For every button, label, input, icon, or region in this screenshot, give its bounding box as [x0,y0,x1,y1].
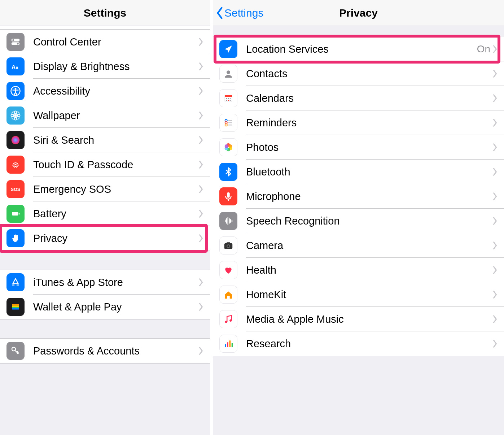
row-location[interactable]: Location Services On [213,37,504,61]
bluetooth-icon [219,163,237,181]
chevron-right-icon [198,278,203,287]
svg-point-59 [228,245,229,247]
svg-rect-19 [12,212,18,216]
settings-title: Settings [84,7,126,19]
back-label: Settings [224,7,263,19]
svg-point-34 [230,98,231,99]
appstore-icon [6,273,25,291]
svg-point-3 [17,43,19,45]
chevron-left-icon [216,6,224,19]
chevron-right-icon [198,347,203,355]
row-label-touchid: Touch ID & Passcode [33,159,198,171]
sos-icon: SOS [6,180,25,198]
row-label-bluetooth: Bluetooth [246,166,492,178]
svg-point-7 [15,88,17,90]
row-media[interactable]: Media & Apple Music [213,307,504,331]
svg-point-8 [14,114,17,117]
row-siri[interactable]: Siri & Search [0,128,210,152]
chevron-right-icon [198,185,203,193]
row-label-reminders: Reminders [246,117,492,129]
svg-rect-26 [12,307,19,308]
row-label-battery: Battery [33,208,198,220]
row-passwords[interactable]: Passwords & Accounts [0,339,210,363]
row-label-wallet: Wallet & Apple Pay [33,301,198,313]
access-icon [6,82,25,100]
settings-navbar: Settings [0,0,210,26]
chevron-right-icon [492,69,498,78]
row-photos[interactable]: Photos [213,135,504,160]
row-reminders[interactable]: Reminders [213,110,504,135]
chevron-right-icon [492,241,498,250]
row-label-speech: Speech Recognition [246,215,492,227]
chevron-right-icon [492,315,498,323]
wallet-icon [6,298,25,316]
chevron-right-icon [492,45,498,53]
row-speech[interactable]: Speech Recognition [213,209,504,233]
row-label-camera: Camera [246,240,492,252]
privacy-panel: Settings Privacy Location Services On Co… [213,0,504,435]
row-homekit[interactable]: HomeKit [213,282,504,307]
battery-icon [6,205,25,223]
row-privacy[interactable]: Privacy [0,226,210,251]
row-label-wallpaper: Wallpaper [33,110,198,122]
row-label-location: Location Services [246,43,477,55]
row-label-sos: Emergency SOS [33,183,198,195]
row-itunes[interactable]: iTunes & App Store [0,270,210,295]
privacy-title: Privacy [339,7,378,19]
svg-rect-60 [227,242,230,244]
row-bluetooth[interactable]: Bluetooth [213,160,504,184]
row-label-research: Research [246,338,492,350]
back-button[interactable]: Settings [216,6,263,19]
home-icon [219,286,237,304]
row-label-passwords: Passwords & Accounts [33,345,198,357]
chevron-right-icon [492,266,498,274]
row-accessibility[interactable]: Accessibility [0,79,210,103]
row-wallet[interactable]: Wallet & Apple Pay [0,295,210,319]
chevron-right-icon [492,192,498,201]
row-health[interactable]: Health [213,258,504,282]
chevron-right-icon [198,160,203,169]
row-label-health: Health [246,264,492,276]
row-wallpaper[interactable]: Wallpaper [0,103,210,128]
row-research[interactable]: Research [213,331,504,356]
privacy-navbar: Settings Privacy [213,0,504,26]
row-display[interactable]: AA Display & Brightness [0,54,210,79]
flower-icon [6,106,25,125]
aa-icon: AA [6,57,25,75]
svg-rect-24 [12,304,19,306]
siri-icon [6,131,25,149]
row-label-privacy: Privacy [33,232,198,244]
row-control-center[interactable]: Control Center [0,30,210,54]
svg-point-32 [226,98,227,99]
wave-icon [219,212,237,230]
svg-rect-20 [19,213,20,215]
row-sos[interactable]: SOS Emergency SOS [0,177,210,201]
chevron-right-icon [492,168,498,176]
row-microphone[interactable]: Microphone [213,184,504,209]
camera-icon [219,236,237,255]
row-label-microphone: Microphone [246,191,492,203]
chevron-right-icon [492,118,498,127]
chevron-right-icon [492,143,498,152]
svg-rect-66 [232,343,233,347]
row-detail-location: On [477,43,490,55]
chevron-right-icon [198,234,203,243]
row-camera[interactable]: Camera [213,233,504,258]
chevron-right-icon [198,38,203,46]
row-touchid[interactable]: Touch ID & Passcode [0,152,210,177]
contacts-icon [219,65,237,83]
settings-panel: Settings Control Center AA Display & Bri… [0,0,213,435]
svg-rect-63 [225,344,226,347]
row-label-calendars: Calendars [246,92,492,104]
key-icon [6,342,25,360]
row-contacts[interactable]: Contacts [213,61,504,86]
chevron-right-icon [492,339,498,348]
row-calendars[interactable]: Calendars [213,86,504,110]
row-label-accessibility: Accessibility [33,85,198,97]
photos-icon [219,138,237,156]
row-label-control-center: Control Center [33,36,198,48]
row-battery[interactable]: Battery [0,201,210,226]
svg-text:A: A [16,66,18,70]
music-icon [219,310,237,328]
row-label-photos: Photos [246,142,492,153]
